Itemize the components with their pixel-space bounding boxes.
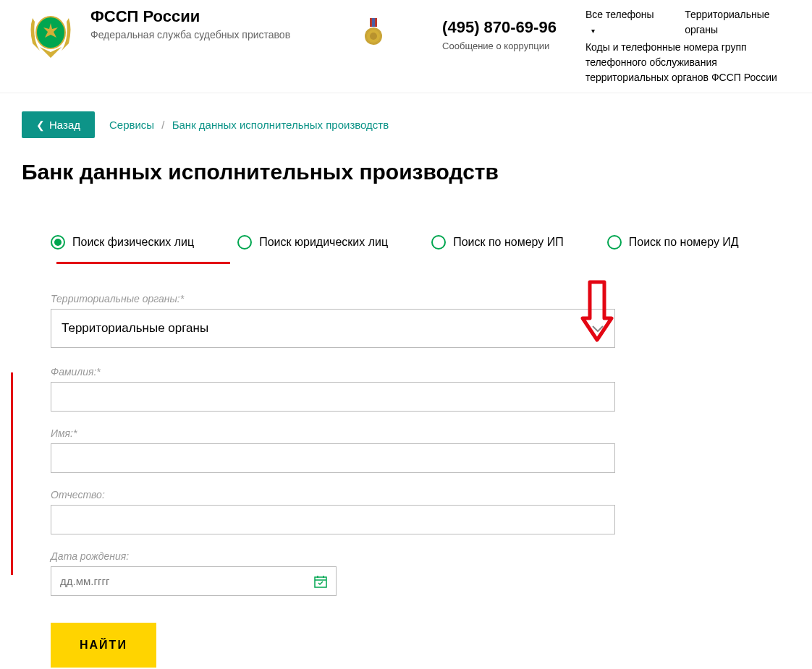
header: ФССП России Федеральная служба судебных … <box>0 0 812 93</box>
surname-input[interactable] <box>51 382 615 412</box>
territory-value: Территориальные органы <box>62 321 208 336</box>
phone-block: (495) 870-69-96 Сообщение о коррупции <box>442 18 557 51</box>
patronymic-label: Отчество: <box>51 489 615 500</box>
link-codes[interactable]: Коды и телефонные номера групп телефонно… <box>585 40 790 85</box>
name-input[interactable] <box>51 443 615 473</box>
radio-icon <box>237 235 252 250</box>
calendar-icon[interactable] <box>313 574 328 589</box>
territory-label: Территориальные органы:* <box>51 293 761 304</box>
nav-row: ❮ Назад Сервисы / Банк данных исполнител… <box>22 111 790 138</box>
tab-id-number[interactable]: Поиск по номеру ИД <box>607 235 739 264</box>
org-title: ФССП России <box>90 7 290 26</box>
search-form: Территориальные органы:* Территориальные… <box>22 293 790 668</box>
tab-individuals[interactable]: Поиск физических лиц <box>51 235 194 264</box>
org-subtitle: Федеральная служба судебных приставов <box>90 28 290 41</box>
link-territorial[interactable]: Территориальные органы <box>685 7 790 38</box>
back-button[interactable]: ❮ Назад <box>22 111 95 138</box>
breadcrumb-item-1[interactable]: Сервисы <box>109 119 154 131</box>
radio-icon <box>51 235 65 250</box>
active-tab-underline <box>56 262 230 264</box>
breadcrumb-item-2[interactable]: Банк данных исполнительных производств <box>172 119 389 131</box>
svg-rect-8 <box>315 577 326 587</box>
annotation-arrow-icon <box>579 278 615 344</box>
radio-icon <box>607 235 622 250</box>
emblem-icon <box>22 7 80 65</box>
phone-subtitle: Сообщение о коррупции <box>442 41 557 51</box>
link-all-phones[interactable]: Все телефоны ▾ <box>585 7 656 38</box>
birthdate-input[interactable] <box>51 566 337 596</box>
svg-rect-3 <box>370 18 372 27</box>
tab-label: Поиск физических лиц <box>72 236 194 249</box>
header-links: Все телефоны ▾ Территориальные органы Ко… <box>585 7 790 85</box>
tab-label: Поиск по номеру ИП <box>453 236 564 249</box>
logo-block: ФССП России Федеральная служба судебных … <box>22 7 290 65</box>
link-all-phones-label: Все телефоны <box>585 9 654 20</box>
breadcrumb-separator: / <box>161 119 164 131</box>
tab-ip-number[interactable]: Поиск по номеру ИП <box>431 235 564 264</box>
radio-icon <box>431 235 446 250</box>
phone-number[interactable]: (495) 870-69-96 <box>442 18 557 37</box>
birthdate-label: Дата рождения: <box>51 550 337 562</box>
search-tabs: Поиск физических лиц Поиск юридических л… <box>22 235 790 264</box>
patronymic-input[interactable] <box>51 505 615 534</box>
breadcrumb: Сервисы / Банк данных исполнительных про… <box>109 119 389 131</box>
caret-down-icon: ▾ <box>591 27 595 35</box>
page-title: Банк данных исполнительных производств <box>22 160 790 184</box>
back-label: Назад <box>49 119 80 131</box>
territory-select[interactable]: Территориальные органы <box>51 309 615 348</box>
svg-point-7 <box>370 33 377 40</box>
tab-legal-entities[interactable]: Поиск юридических лиц <box>237 235 388 264</box>
svg-rect-4 <box>375 18 377 27</box>
tab-label: Поиск по номеру ИД <box>629 236 739 249</box>
surname-label: Фамилия:* <box>51 366 615 378</box>
tab-label: Поиск юридических лиц <box>259 236 388 249</box>
annotation-line <box>11 372 13 575</box>
name-label: Имя:* <box>51 427 615 439</box>
submit-button[interactable]: НАЙТИ <box>51 623 156 668</box>
medal-icon[interactable] <box>363 18 384 50</box>
chevron-left-icon: ❮ <box>36 119 45 131</box>
